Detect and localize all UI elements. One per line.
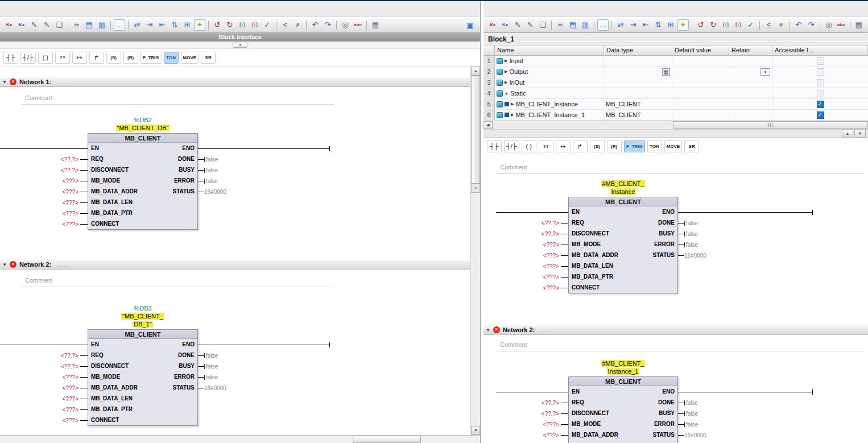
pin-operand[interactable]: <??.?> xyxy=(0,165,88,176)
favorite-open-branch-icon[interactable]: ↦ xyxy=(72,52,87,64)
block-pin-row[interactable]: ENENO xyxy=(88,339,197,350)
reset-all-retain-icon[interactable]: ↻ xyxy=(224,19,235,31)
edit-tag-icon[interactable]: ✎ xyxy=(28,19,40,31)
vertical-scrollbar[interactable]: ▲ ≡ ▼ xyxy=(470,67,480,435)
block-pin-row[interactable]: MB_DATA_ADDRSTATUS xyxy=(88,186,197,197)
favorite-open-branch-icon[interactable]: ↦ xyxy=(556,140,571,152)
edit-tag-icon[interactable]: ✎ xyxy=(512,19,523,31)
favorite-nc-contact-icon[interactable]: ┤/├ xyxy=(20,52,36,64)
toolbar-icon[interactable] xyxy=(208,20,209,30)
pin-operand[interactable]: <??.?> xyxy=(0,350,88,361)
open-all-networks-icon[interactable]: ▤ xyxy=(84,19,95,31)
toolbar-icon[interactable] xyxy=(850,20,850,30)
network-2-header[interactable]: ▼ ✕ Network 2: ..... xyxy=(483,325,868,335)
block-pin-row[interactable]: CONNECT xyxy=(569,282,677,293)
block-pin-row[interactable]: MB_DATA_PTR xyxy=(88,404,197,415)
toolbar-icon[interactable] xyxy=(820,20,820,30)
column-header-accessible[interactable]: Accessible f... xyxy=(772,45,868,55)
expand-arrow-icon[interactable]: ▼ xyxy=(505,92,509,96)
paste-network-icon[interactable]: ❏ xyxy=(53,19,65,31)
next-error-icon[interactable]: ↷ xyxy=(322,19,333,31)
network-2-header[interactable]: ▼ ✕ Network 2: ..... xyxy=(0,259,470,270)
default-value-cell[interactable] xyxy=(672,67,729,77)
insert-empty-box-icon[interactable]: ⊞ xyxy=(665,19,676,31)
block-instance-operand[interactable]: Instance xyxy=(610,188,636,195)
column-header-retain[interactable]: Retain xyxy=(729,45,772,55)
splitter-up-button[interactable]: ▲ xyxy=(842,130,853,138)
insert-input-icon[interactable]: ⇥ xyxy=(144,19,155,31)
block-pin-row[interactable]: MB_DATA_LEN xyxy=(569,440,677,443)
pin-operand[interactable] xyxy=(496,207,568,218)
accessible-checkbox[interactable] xyxy=(817,57,824,65)
update-block-calls-icon[interactable]: ⇄ xyxy=(615,19,626,31)
pin-operand[interactable]: <???> xyxy=(496,419,568,430)
name-cell[interactable]: ▼ Static xyxy=(495,88,604,98)
editor-split-grip[interactable]: ≡ xyxy=(471,184,480,193)
scroll-up-button[interactable]: ▲ xyxy=(471,67,480,76)
mb-client-block[interactable]: MB_CLIENT ENENOREQDONEDISCONNECTBUSYMB_M… xyxy=(88,329,198,426)
block-instance-operand[interactable]: DB_1" xyxy=(133,321,152,328)
pin-operand[interactable]: <??.?> xyxy=(496,408,568,419)
block-pin-row[interactable]: MB_DATA_ADDRSTATUS xyxy=(569,250,677,260)
name-cell[interactable]: ▶ Output xyxy=(495,67,604,77)
scrollbar-track[interactable] xyxy=(471,193,480,426)
favorite-reset-coil-icon[interactable]: (R) xyxy=(607,140,622,152)
name-cell[interactable]: ▶ MB_CLIENT_Instance xyxy=(495,99,604,109)
accessible-checkbox[interactable] xyxy=(817,90,824,97)
pin-operand[interactable]: <???> xyxy=(496,239,568,250)
pin-operand[interactable]: <???> xyxy=(496,283,568,293)
mb-client-block[interactable]: MB_CLIENT ENENOREQDONEDISCONNECTBUSYMB_M… xyxy=(568,376,678,443)
block-instance-operand[interactable]: #MB_CLIENT_ xyxy=(601,360,646,367)
monitor-values-icon[interactable]: ✓ xyxy=(262,19,273,31)
toolbar-icon[interactable] xyxy=(128,20,129,30)
pin-operand[interactable]: <??.?> xyxy=(0,154,88,165)
split-editor-icon[interactable]: ▣ xyxy=(464,19,476,31)
favorite-ton-icon[interactable]: TON xyxy=(164,52,179,64)
block-pin-row[interactable]: MB_DATA_PTR xyxy=(88,208,197,218)
block-pin-row[interactable]: MB_DATA_LEN xyxy=(569,260,677,271)
close-all-networks-icon[interactable]: ▥ xyxy=(580,19,591,31)
insert-negation-icon[interactable]: ≠ xyxy=(775,19,787,31)
expand-arrow-icon[interactable]: ▶ xyxy=(505,69,507,74)
interface-collapse-button[interactable]: ▼ xyxy=(233,43,247,48)
datatype-cell[interactable]: ▦ xyxy=(604,88,672,98)
toolbar-icon[interactable] xyxy=(759,20,760,30)
pin-operand[interactable]: <???> xyxy=(496,250,568,261)
retain-cell[interactable]: ▼ xyxy=(729,110,772,120)
define-tag-icon[interactable]: Kx xyxy=(3,19,15,31)
accessible-cell[interactable] xyxy=(772,56,868,66)
pin-operand[interactable] xyxy=(496,387,568,398)
toolbar-icon[interactable] xyxy=(336,20,337,30)
pin-operand[interactable]: <???> xyxy=(0,394,88,404)
block-instance-operand[interactable]: %DB2 xyxy=(134,117,151,123)
default-value-cell[interactable] xyxy=(672,88,729,98)
pin-operand[interactable]: <???> xyxy=(496,272,568,283)
horizontal-scrollbar[interactable] xyxy=(0,435,480,443)
insert-empty-box-icon[interactable]: ⊞ xyxy=(181,19,193,31)
close-all-networks-icon[interactable]: ▥ xyxy=(96,19,108,31)
favorite-p-trig-icon[interactable]: P_TRIG xyxy=(624,140,645,152)
syntax-check-icon[interactable]: abc xyxy=(352,19,363,31)
block-instance-operand[interactable]: "MB_CLIENT_ xyxy=(121,313,164,320)
insert-input-icon[interactable]: ⇥ xyxy=(627,19,639,31)
accessible-checkbox[interactable] xyxy=(817,111,824,119)
retain-cell[interactable]: ▼ xyxy=(729,77,772,88)
pin-operand[interactable]: <???> xyxy=(496,441,568,443)
toolbar-icon[interactable] xyxy=(692,20,692,30)
open-all-networks-icon[interactable]: ▤ xyxy=(567,19,578,31)
favorite-move-icon[interactable]: MOVE xyxy=(181,52,199,64)
favorite-nc-contact-icon[interactable]: ┤/├ xyxy=(504,140,519,152)
block-pin-row[interactable]: CONNECT xyxy=(88,415,197,425)
pin-operand[interactable]: <???> xyxy=(0,383,88,394)
pin-operand[interactable]: <???> xyxy=(0,372,88,383)
network-list-icon[interactable]: ≣ xyxy=(555,19,566,31)
insert-negation-icon[interactable]: ≠ xyxy=(292,19,303,31)
retain-cell[interactable]: ▼ xyxy=(729,99,772,109)
block-pin-row[interactable]: MB_DATA_LEN xyxy=(88,393,197,404)
datatype-picker-icon[interactable]: ▦ xyxy=(662,68,670,76)
pin-operand[interactable]: <??.?> xyxy=(0,361,88,372)
remove-input-icon[interactable]: ⇤ xyxy=(640,19,651,31)
block-pin-row[interactable]: REQDONE xyxy=(88,350,197,361)
reset-start-values-icon[interactable]: ↺ xyxy=(212,19,223,31)
insert-comparator-icon[interactable]: ≤ xyxy=(279,19,291,31)
